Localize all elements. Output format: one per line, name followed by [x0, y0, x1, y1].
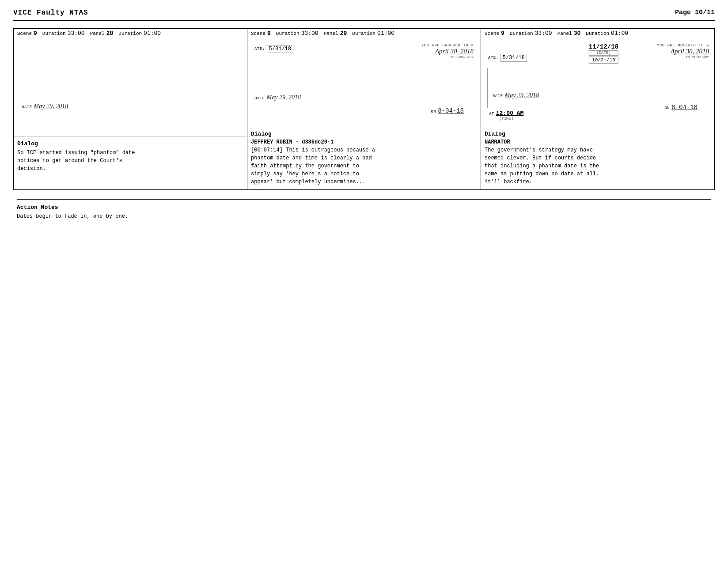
col2-duration-val: 33:00: [301, 30, 318, 37]
col2-dialog: Dialog JEFFREY RUBIN - d386dc20-1 [00:07…: [247, 127, 481, 190]
col1-dialog-label: Dialog: [17, 140, 243, 147]
col2-ordered-label: YOU ARE ORDERED TO A: [421, 43, 474, 48]
col3-date-val: May 29, 2018: [505, 92, 539, 99]
page-header: VICE Faulty NTAS Page 10/11: [13, 9, 715, 21]
col2-to-show-why: TO SHOW WHY: [421, 55, 474, 59]
col2-on-val: 8-04-18: [438, 107, 464, 114]
col2-scene-label: Scene: [251, 31, 265, 36]
col3-scene-num: 9: [501, 30, 504, 37]
col1-duration-group: Duration 33:00: [42, 30, 85, 37]
col1-header-row: Scene 9 Duration 33:00 Panel 28 Duration…: [14, 29, 247, 38]
action-notes-wrapper: Action Notes Dates begin to fade in, one…: [17, 200, 711, 225]
col3-date-alt: 10/2+/18: [589, 57, 618, 64]
page-title: VICE Faulty NTAS: [13, 9, 88, 17]
col3-time-label: (TIME): [489, 117, 523, 121]
col3-scene-group: Scene 9: [485, 30, 504, 37]
col1-scene-num: 9: [34, 30, 37, 37]
col2-panel-label: Panel: [324, 31, 338, 36]
col2-dialog-label: Dialog: [251, 131, 477, 137]
col2-panel-duration-group: Duration 01:00: [352, 30, 394, 37]
col3-date-num: 11/12/18: [589, 43, 618, 50]
col1-panel-label: Panel: [90, 31, 105, 36]
col3-panel-group: Panel 30: [557, 30, 581, 37]
col3-date-label: (DATE): [589, 50, 618, 56]
col3-dialog-text: The government's strategy may have seeme…: [485, 146, 711, 186]
action-notes-label: Action Notes: [17, 204, 711, 211]
col3-panel-num: 30: [574, 30, 581, 37]
col1-panel-duration-label: Duration: [118, 31, 142, 36]
col3-dialog-label: Dialog: [485, 131, 711, 137]
page-wrapper: VICE Faulty NTAS Page 10/11 Scene 9 Dura…: [13, 9, 715, 225]
col3-image-area: ATE: 5/31/18 11/12/18 (DATE) 10/2+/18 YO…: [481, 38, 714, 127]
col1-panel-duration-group: Duration 01:00: [118, 30, 161, 37]
col1-duration-label: Duration: [42, 31, 66, 36]
col3-ate-label: ATE:: [488, 56, 499, 60]
col3-panel-duration-val: 01:00: [611, 30, 628, 37]
col2-date-label: DATE: [254, 96, 265, 101]
col3-ate-val: 5/31/18: [501, 54, 527, 62]
col2-scene-num: 9: [267, 30, 271, 37]
bottom-section: Action Notes Dates begin to fade in, one…: [13, 199, 715, 225]
col1-scene-group: Scene 9: [17, 30, 37, 37]
col2-ate-val: 5/31/18: [267, 45, 293, 53]
col2-panel-group: Panel 29: [324, 30, 347, 37]
col2-on-label: ON: [431, 110, 436, 114]
col1-date-val: May 29, 2018: [34, 103, 68, 110]
col1-image-area: DATE May 29, 2018: [14, 38, 247, 137]
col3-scene-label: Scene: [485, 31, 499, 36]
col3-to-show-why: TO SHOW WHY: [657, 55, 709, 59]
column-1: Scene 9 Duration 33:00 Panel 28 Duration…: [14, 29, 247, 190]
col2-april-date: April 30, 2018: [421, 48, 474, 55]
col3-at-val: 12:00 AM: [496, 110, 523, 117]
col3-header-row: Scene 9 Duration 33:00 Panel 30 Duration…: [481, 29, 714, 38]
col3-panel-duration-label: Duration: [586, 31, 609, 36]
col2-ate-label: ATE:: [254, 47, 265, 51]
col1-scene-label: Scene: [17, 31, 32, 36]
col3-duration-val: 33:00: [535, 30, 552, 37]
col3-duration-label: Duration: [510, 31, 533, 36]
col3-date-val-label: DATE: [493, 94, 503, 98]
col2-date-val: May 29, 2018: [267, 94, 301, 101]
col3-dialog: Dialog NARRATOR The government's strateg…: [481, 127, 714, 190]
col1-date-label: DATE: [22, 105, 32, 110]
col1-panel-group: Panel 28: [90, 30, 114, 37]
col1-panel-num: 28: [106, 30, 114, 37]
col3-duration-group: Duration 33:00: [510, 30, 552, 37]
col1-dialog: Dialog So ICE started issuing "phantom" …: [14, 137, 247, 190]
col3-vertical-line: [487, 68, 488, 108]
col2-scene-group: Scene 9: [251, 30, 271, 37]
columns-container: Scene 9 Duration 33:00 Panel 28 Duration…: [13, 28, 715, 190]
col3-dialog-speaker: NARRATOR: [485, 139, 711, 145]
col3-ordered-label: YOU ARE ORDERED TO A: [657, 43, 709, 48]
col1-dialog-text: So ICE started issuing "phantom" date no…: [17, 149, 243, 173]
column-3: Scene 9 Duration 33:00 Panel 30 Duration…: [481, 29, 714, 190]
col3-panel-duration-group: Duration 01:00: [586, 30, 628, 37]
col2-duration-label: Duration: [276, 31, 300, 36]
col2-dialog-speaker: JEFFREY RUBIN - d386dc20-1: [251, 139, 477, 145]
col2-duration-group: Duration 33:00: [276, 30, 318, 37]
col3-at-label: AT: [489, 112, 494, 116]
col2-panel-num: 29: [340, 30, 347, 37]
col2-panel-duration-label: Duration: [352, 31, 375, 36]
action-notes-text: Dates begin to fade in, one by one.: [17, 212, 711, 220]
col1-panel-duration-val: 01:00: [144, 30, 161, 37]
page-number: Page 10/11: [675, 9, 715, 16]
col2-panel-duration-val: 01:00: [377, 30, 394, 37]
column-2: Scene 9 Duration 33:00 Panel 29 Duration…: [247, 29, 481, 190]
col2-header-row: Scene 9 Duration 33:00 Panel 29 Duration…: [247, 29, 481, 38]
col3-april-date: April 30, 2018: [657, 48, 709, 55]
col2-dialog-text: [00:07:14] This is outrageous because a …: [251, 146, 477, 186]
col1-duration-val: 33:00: [68, 30, 85, 37]
col3-on-val: 8-04-18: [671, 104, 698, 111]
col3-on-label: ON: [664, 106, 670, 110]
col3-panel-label: Panel: [557, 31, 572, 36]
col2-image-area: ATE: 5/31/18 YOU ARE ORDERED TO A April …: [247, 38, 481, 127]
